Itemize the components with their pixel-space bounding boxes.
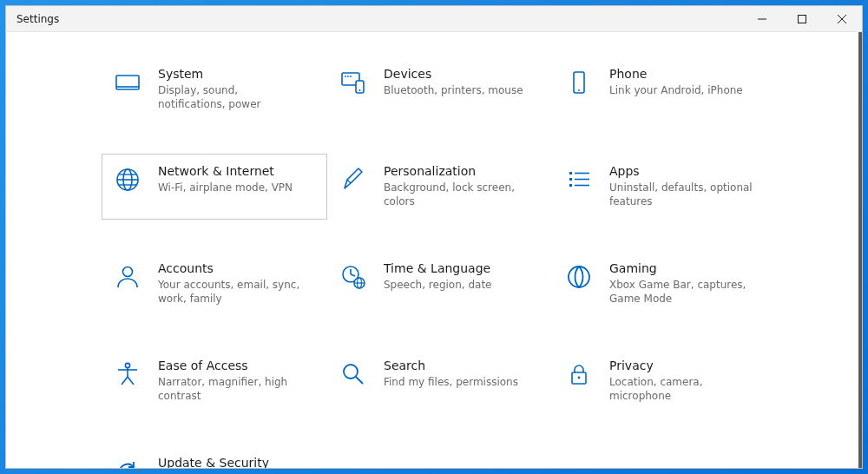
tile-text: AccountsYour accounts, email, sync, work… (158, 260, 306, 306)
window-title: Settings (16, 13, 59, 25)
devices-icon (339, 68, 368, 97)
person-icon (113, 262, 142, 292)
category-phone[interactable]: PhoneLink your Android, iPhone (553, 56, 779, 122)
tile-text: GamingXbox Game Bar, captures, Game Mode (609, 260, 757, 306)
tile-description: Narrator, magnifier, high contrast (158, 375, 306, 403)
category-privacy[interactable]: PrivacyLocation, camera, microphone (553, 348, 779, 414)
svg-rect-1 (799, 15, 806, 23)
settings-content: SystemDisplay, sound, notifications, pow… (6, 32, 862, 468)
category-time[interactable]: Time & LanguageSpeech, region, date (327, 251, 553, 317)
window-controls (742, 6, 862, 31)
close-button[interactable] (822, 6, 862, 31)
tile-title: Gaming (609, 260, 757, 276)
category-accounts[interactable]: AccountsYour accounts, email, sync, work… (102, 251, 327, 317)
tile-description: Your accounts, email, sync, work, family (158, 278, 306, 306)
tile-description: Wi-Fi, airplane mode, VPN (158, 181, 306, 194)
tile-title: Privacy (609, 358, 757, 373)
tile-text: Ease of AccessNarrator, magnifier, high … (158, 358, 306, 404)
category-system[interactable]: SystemDisplay, sound, notifications, pow… (102, 56, 327, 122)
tile-description: Uninstall, defaults, optional features (609, 181, 757, 208)
tile-title: Accounts (158, 260, 306, 276)
tile-text: Update & SecurityWindows Update, recover… (158, 455, 306, 468)
tile-title: System (158, 66, 306, 82)
tile-title: Phone (609, 66, 757, 82)
category-grid: SystemDisplay, sound, notifications, pow… (102, 56, 784, 468)
tile-text: Time & LanguageSpeech, region, date (384, 260, 531, 292)
tile-title: Update & Security (158, 455, 306, 468)
phone-icon (564, 68, 594, 97)
gaming-icon (564, 262, 594, 292)
tile-text: AppsUninstall, defaults, optional featur… (609, 163, 757, 209)
update-icon (113, 457, 142, 468)
time-lang-icon (339, 262, 368, 292)
tile-title: Personalization (384, 163, 531, 179)
titlebar: Settings (6, 6, 862, 32)
tile-text: SystemDisplay, sound, notifications, pow… (158, 66, 306, 112)
globe-icon (113, 165, 142, 194)
tile-title: Devices (384, 66, 531, 82)
tile-text: SearchFind my files, permissions (384, 358, 531, 389)
tile-text: PersonalizationBackground, lock screen, … (384, 163, 531, 209)
pen-icon (339, 165, 368, 194)
tile-description: Xbox Game Bar, captures, Game Mode (609, 278, 757, 306)
settings-window: Settings SystemDisplay, sound, notificat… (5, 5, 863, 469)
search-icon (339, 359, 368, 389)
tile-title: Search (384, 358, 531, 373)
tile-description: Speech, region, date (384, 278, 531, 292)
tile-description: Location, camera, microphone (609, 375, 757, 403)
minimize-button[interactable] (742, 6, 782, 31)
tile-description: Bluetooth, printers, mouse (384, 83, 531, 97)
category-apps[interactable]: AppsUninstall, defaults, optional featur… (553, 154, 779, 220)
category-devices[interactable]: DevicesBluetooth, printers, mouse (327, 56, 553, 122)
tile-description: Find my files, permissions (384, 375, 531, 389)
tile-title: Ease of Access (158, 358, 306, 373)
category-personalization[interactable]: PersonalizationBackground, lock screen, … (327, 154, 553, 220)
lock-icon (564, 359, 594, 389)
accessibility-icon (113, 359, 142, 389)
category-update[interactable]: Update & SecurityWindows Update, recover… (102, 445, 327, 468)
tile-description: Link your Android, iPhone (609, 83, 757, 97)
display-icon (113, 68, 142, 97)
tile-text: PrivacyLocation, camera, microphone (609, 358, 757, 404)
tile-title: Apps (609, 163, 757, 179)
tile-description: Display, sound, notifications, power (158, 83, 306, 111)
tile-title: Time & Language (384, 260, 531, 276)
apps-icon (564, 165, 594, 194)
category-gaming[interactable]: GamingXbox Game Bar, captures, Game Mode (553, 251, 779, 317)
tile-text: Network & InternetWi-Fi, airplane mode, … (158, 163, 306, 194)
category-ease[interactable]: Ease of AccessNarrator, magnifier, high … (102, 348, 327, 414)
tile-text: DevicesBluetooth, printers, mouse (384, 66, 531, 97)
tile-title: Network & Internet (158, 163, 306, 179)
vertical-scrollbar[interactable] (858, 32, 862, 468)
tile-text: PhoneLink your Android, iPhone (609, 66, 757, 97)
tile-description: Background, lock screen, colors (384, 181, 531, 208)
maximize-button[interactable] (782, 6, 822, 31)
category-search[interactable]: SearchFind my files, permissions (327, 348, 553, 414)
category-network[interactable]: Network & InternetWi-Fi, airplane mode, … (102, 154, 327, 220)
